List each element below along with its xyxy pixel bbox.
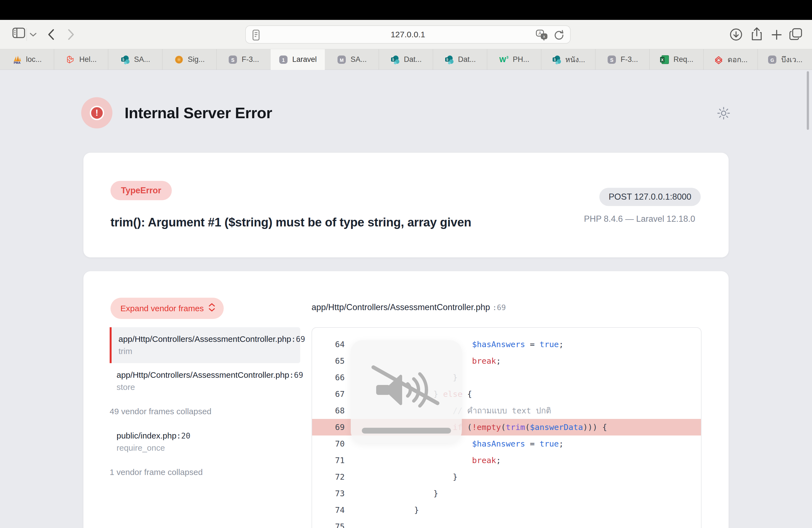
line-number: 67 — [312, 390, 345, 399]
excel-favicon: X — [659, 55, 669, 64]
back-button[interactable] — [46, 28, 56, 41]
code-line-71: 71 break; — [312, 452, 701, 469]
tab-label: Sig... — [188, 55, 205, 64]
svg-text:S: S — [446, 58, 449, 62]
svg-text:M: M — [340, 58, 344, 63]
laravel-favicon — [66, 55, 75, 64]
code-line-72: 72 } — [312, 469, 701, 485]
line-source: } — [345, 472, 458, 482]
pma-favicon: PMA — [12, 55, 22, 64]
svg-text:W: W — [499, 56, 506, 64]
stack-frame-selected[interactable]: app/Http/Controllers/AssessmentControlle… — [110, 327, 300, 363]
volume-level-bar — [362, 428, 451, 434]
line-number: 64 — [312, 340, 345, 349]
line-number: 74 — [312, 505, 345, 515]
browser-tab-4[interactable]: Sig... — [162, 49, 217, 70]
page-title: Internal Server Error — [125, 104, 272, 122]
stack-frame[interactable]: app/Http/Controllers/AssessmentControlle… — [110, 363, 300, 399]
scrollbar-thumb[interactable] — [807, 71, 809, 130]
svg-text:S: S — [122, 58, 125, 62]
browser-tab-12[interactable]: SF-3... — [595, 49, 650, 70]
line-source: break; — [345, 456, 501, 465]
frame-method: require_once — [117, 443, 300, 453]
translate-icon[interactable]: Ax — [536, 29, 549, 42]
line-source: } — [345, 505, 419, 515]
tab-label: Laravel — [292, 55, 317, 64]
svg-text:G: G — [771, 58, 774, 63]
error-page: ! Internal Server Error TypeError trim()… — [0, 70, 812, 528]
sharepoint-favicon: S — [120, 55, 130, 64]
volume-mute-hud — [351, 340, 462, 443]
svg-text:X: X — [661, 58, 664, 62]
browser-tab-3[interactable]: SSA... — [108, 49, 162, 70]
line-number: 71 — [312, 456, 345, 465]
share-icon[interactable] — [750, 27, 764, 42]
frame-file-path: app/Http/Controllers/AssessmentControlle… — [117, 370, 300, 380]
expand-vendor-frames-button[interactable]: Expand vendor frames — [111, 298, 224, 319]
line-number: 70 — [312, 439, 345, 449]
browser-tab-15[interactable]: Gบึงเว... — [758, 49, 812, 70]
request-badge: POST 127.0.0.1:8000 — [599, 188, 701, 206]
theme-toggle-sun-icon[interactable] — [717, 107, 730, 120]
svg-text:1: 1 — [282, 57, 285, 63]
line-source: } — [345, 489, 438, 498]
browser-tab-6-active[interactable]: 1Laravel — [271, 49, 325, 70]
muted-speaker-icon — [367, 360, 445, 421]
browser-tab-1[interactable]: PMAloc... — [0, 49, 54, 70]
line-number: 69 — [312, 423, 345, 432]
svg-text:S: S — [553, 58, 556, 62]
w3-favicon: W3 — [499, 55, 509, 64]
svg-text:x: x — [543, 34, 545, 39]
sharepoint-favicon: S — [444, 55, 454, 64]
new-tab-icon[interactable] — [771, 29, 783, 41]
browser-tab-2[interactable]: Hel... — [54, 49, 108, 70]
seal-favicon — [174, 55, 184, 64]
tab-label: SA... — [350, 55, 367, 64]
code-line-75: 75 — [312, 518, 701, 528]
address-bar[interactable]: 127.0.0.1 Ax — [245, 25, 570, 44]
gray-1-favicon: 1 — [278, 55, 288, 64]
browser-tab-8[interactable]: SDat... — [379, 49, 433, 70]
downloads-icon[interactable] — [729, 28, 743, 41]
line-number: 75 — [312, 522, 345, 528]
reload-icon[interactable] — [553, 29, 565, 42]
collapsed-vendor-frames[interactable]: 49 vendor frames collapsed — [110, 399, 300, 424]
browser-tab-5[interactable]: SF-3... — [217, 49, 271, 70]
sharepoint-favicon: S — [552, 55, 562, 64]
code-line-ref: :69 — [492, 303, 506, 312]
environment-versions: PHP 8.4.6 — Laravel 12.18.0 — [584, 214, 695, 224]
stack-trace-list: app/Http/Controllers/AssessmentControlle… — [110, 327, 300, 485]
tab-overview-icon[interactable] — [789, 27, 804, 41]
line-number: 72 — [312, 472, 345, 482]
stack-frame[interactable]: public/index.php:20require_once — [110, 424, 300, 460]
browser-toolbar: 127.0.0.1 Ax — [0, 20, 812, 49]
frame-method: trim — [118, 347, 300, 356]
browser-tab-11[interactable]: Sหนัง... — [541, 49, 595, 70]
menu-bar — [0, 0, 812, 20]
tab-label: PH... — [512, 55, 529, 64]
sharepoint-favicon: S — [390, 55, 400, 64]
url-text: 127.0.0.1 — [246, 30, 570, 39]
browser-tab-13[interactable]: XReq... — [650, 49, 704, 70]
browser-tab-9[interactable]: SDat... — [433, 49, 487, 70]
tab-label: หนัง... — [565, 54, 585, 65]
gray-s-favicon: S — [228, 55, 238, 64]
gray-s-favicon: S — [607, 55, 617, 64]
browser-tab-10[interactable]: W3PH... — [487, 49, 541, 70]
tab-label: Req... — [673, 55, 693, 64]
code-line-73: 73 } — [312, 485, 701, 502]
error-summary-card: TypeError trim(): Argument #1 ($string) … — [83, 153, 729, 258]
forward-button[interactable] — [66, 28, 76, 41]
tab-label: F-3... — [242, 55, 259, 64]
sidebar-toggle-icon[interactable] — [12, 27, 25, 39]
tab-label: Dat... — [404, 55, 422, 64]
tab-label: Hel... — [79, 55, 97, 64]
collapsed-vendor-frames[interactable]: 1 vendor frame collapsed — [110, 460, 300, 485]
sidebar-chevron-down-icon[interactable] — [29, 32, 37, 37]
svg-text:PMA: PMA — [14, 61, 21, 64]
exception-message: trim(): Argument #1 ($string) must be of… — [111, 216, 471, 229]
browser-tab-14[interactable]: ดอก... — [704, 49, 758, 70]
svg-text:S: S — [392, 58, 394, 62]
browser-tab-7[interactable]: MSA... — [325, 49, 379, 70]
svg-text:3: 3 — [507, 55, 508, 59]
